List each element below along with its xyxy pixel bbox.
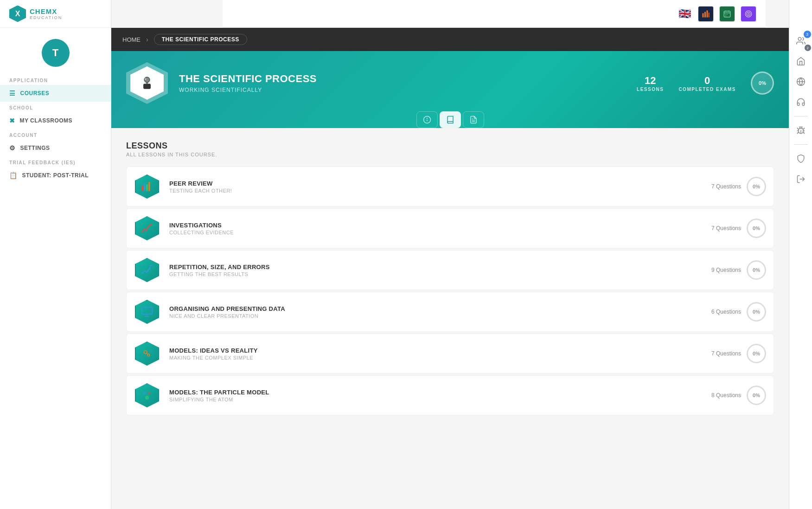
lesson-item-models-particle-model[interactable]: MODELS: THE PARTICLE MODEL SIMPLIFYING T… (126, 375, 774, 415)
logo-area: X CHEMX EDUCATION (0, 0, 111, 28)
completed-exams-label: COMPLETED EXAMS (678, 87, 736, 92)
sidebar-item-courses-label: COURSES (20, 90, 50, 97)
svg-rect-10 (725, 15, 726, 16)
course-subtitle: WORKING SCIENTIFICALLY (179, 87, 626, 93)
questions-count-models-ideas-vs-reality: 7 Questions (711, 350, 741, 357)
lesson-item-investigations[interactable]: INVESTIGATIONS COLLECTING EVIDENCE 7 Que… (126, 208, 774, 248)
topbar: 🇬🇧 (223, 0, 766, 28)
questions-count-investigations: 7 Questions (711, 225, 741, 232)
lesson-list: PEER REVIEW TESTING EACH OTHER! 7 Questi… (126, 167, 774, 415)
logo-icon: X (9, 6, 26, 22)
svg-rect-1 (704, 12, 706, 17)
lesson-progress-models-ideas-vs-reality: 0% (747, 344, 766, 363)
lesson-icon-models-particle-model (135, 383, 159, 407)
calendar-icon[interactable] (719, 6, 735, 22)
users-icon[interactable]: 3 2 (793, 32, 809, 49)
classrooms-icon: ✖ (9, 117, 15, 124)
bug-icon[interactable] (793, 122, 809, 139)
sidebar-item-student-post-trial[interactable]: 📋 STUDENT: POST-TRIAL (0, 167, 111, 184)
lesson-icon-investigations (135, 216, 159, 240)
lesson-hex-repetition-size-errors (134, 257, 160, 283)
lesson-desc-investigations: COLLECTING EVIDENCE (169, 230, 702, 235)
lesson-name-models-ideas-vs-reality: MODELS: IDEAS VS REALITY (169, 347, 702, 354)
course-icon (130, 66, 164, 100)
questions-count-models-particle-model: 8 Questions (711, 392, 741, 399)
svg-rect-25 (142, 186, 143, 191)
course-progress-value: 0% (759, 80, 766, 86)
lessons-title: LESSONS (126, 141, 774, 151)
target-icon[interactable] (741, 6, 756, 22)
lesson-name-investigations: INVESTIGATIONS (169, 222, 702, 229)
lesson-name-repetition-size-errors: REPETITION, SIZE, AND ERRORS (169, 264, 702, 271)
svg-point-36 (147, 354, 150, 356)
tab-info[interactable] (416, 111, 438, 128)
lesson-desc-peer-review: TESTING EACH OTHER! (169, 188, 702, 193)
svg-rect-4 (724, 11, 730, 17)
chart-icon[interactable] (698, 6, 714, 22)
lesson-icon-models-ideas-vs-reality (135, 341, 159, 366)
svg-point-13 (748, 13, 749, 14)
lesson-info-models-ideas-vs-reality: MODELS: IDEAS VS REALITY MAKING THE COMP… (169, 347, 702, 361)
lesson-desc-repetition-size-errors: GETTING THE BEST RESULTS (169, 271, 702, 277)
lesson-progress-peer-review: 0% (747, 177, 766, 196)
sidebar-item-courses[interactable]: ☰ COURSES (0, 85, 111, 102)
lesson-item-repetition-size-errors[interactable]: REPETITION, SIZE, AND ERRORS GETTING THE… (126, 250, 774, 290)
sidebar-item-my-classrooms[interactable]: ✖ MY CLASSROOMS (0, 112, 111, 129)
svg-point-35 (144, 351, 147, 354)
breadcrumb-home[interactable]: HOME (122, 36, 141, 43)
section-label-trial: TRIAL FEEDBACK (IES) (0, 156, 111, 167)
lesson-right-peer-review: 7 Questions 0% (711, 177, 766, 196)
lessons-section: LESSONS ALL LESSONS IN THIS COURSE. PEER… (111, 128, 789, 428)
lesson-hex-models-particle-model (134, 382, 160, 408)
questions-count-organising-presenting-data: 6 Questions (711, 309, 741, 315)
lesson-name-peer-review: PEER REVIEW (169, 180, 702, 187)
lesson-icon-peer-review (135, 174, 159, 199)
lesson-desc-organising-presenting-data: NICE AND CLEAR PRESENTATION (169, 313, 702, 319)
lesson-item-peer-review[interactable]: PEER REVIEW TESTING EACH OTHER! 7 Questi… (126, 167, 774, 206)
globe-icon[interactable] (793, 73, 809, 90)
stat-lessons: 12 LESSONS (637, 75, 664, 92)
svg-point-17 (145, 77, 149, 82)
sidebar-item-settings[interactable]: ⚙ SETTINGS (0, 140, 111, 156)
lesson-info-organising-presenting-data: ORGANISING AND PRESENTING DATA NICE AND … (169, 305, 702, 319)
svg-point-41 (798, 38, 801, 41)
svg-point-19 (145, 78, 146, 80)
home-icon[interactable] (793, 53, 809, 70)
language-flag[interactable]: 🇬🇧 (677, 6, 692, 22)
svg-rect-0 (703, 13, 704, 17)
course-header: THE SCIENTIFIC PROCESS WORKING SCIENTIFI… (111, 51, 789, 128)
logout-icon[interactable] (793, 171, 809, 187)
svg-rect-6 (725, 10, 726, 12)
brand-tagline: EDUCATION (30, 15, 62, 20)
lesson-hex-organising-presenting-data (134, 299, 160, 325)
svg-rect-26 (144, 184, 146, 191)
tab-file[interactable] (463, 111, 484, 128)
svg-point-40 (145, 396, 149, 399)
lesson-right-models-ideas-vs-reality: 7 Questions 0% (711, 344, 766, 363)
lesson-right-models-particle-model: 8 Questions 0% (711, 386, 766, 405)
section-label-account: ACCOUNT (0, 129, 111, 140)
headset-icon[interactable] (793, 94, 809, 110)
lessons-count: 12 (637, 75, 664, 87)
svg-point-38 (143, 392, 147, 395)
trial-icon: 📋 (9, 172, 18, 179)
lesson-icon-organising-presenting-data (135, 300, 159, 324)
main-content: HOME › THE SCIENTIFIC PROCESS (111, 0, 789, 509)
lesson-item-models-ideas-vs-reality[interactable]: MODELS: IDEAS VS REALITY MAKING THE COMP… (126, 334, 774, 374)
section-label-application: APPLICATION (0, 74, 111, 85)
svg-line-37 (147, 353, 147, 354)
lesson-info-repetition-size-errors: REPETITION, SIZE, AND ERRORS GETTING THE… (169, 264, 702, 277)
tab-book[interactable] (440, 111, 461, 128)
svg-rect-32 (142, 307, 153, 314)
svg-rect-9 (727, 14, 728, 15)
lesson-name-models-particle-model: MODELS: THE PARTICLE MODEL (169, 389, 702, 396)
breadcrumb: HOME › THE SCIENTIFIC PROCESS (111, 28, 789, 51)
lesson-item-organising-presenting-data[interactable]: ORGANISING AND PRESENTING DATA NICE AND … (126, 292, 774, 332)
svg-rect-7 (728, 10, 729, 12)
lesson-info-models-particle-model: MODELS: THE PARTICLE MODEL SIMPLIFYING T… (169, 389, 702, 402)
course-progress-circle: 0% (751, 71, 774, 95)
course-stats: 12 LESSONS 0 COMPLETED EXAMS 0% (637, 71, 774, 95)
svg-rect-16 (143, 84, 151, 89)
lessons-label: LESSONS (637, 87, 664, 92)
shield-icon[interactable] (793, 150, 809, 167)
